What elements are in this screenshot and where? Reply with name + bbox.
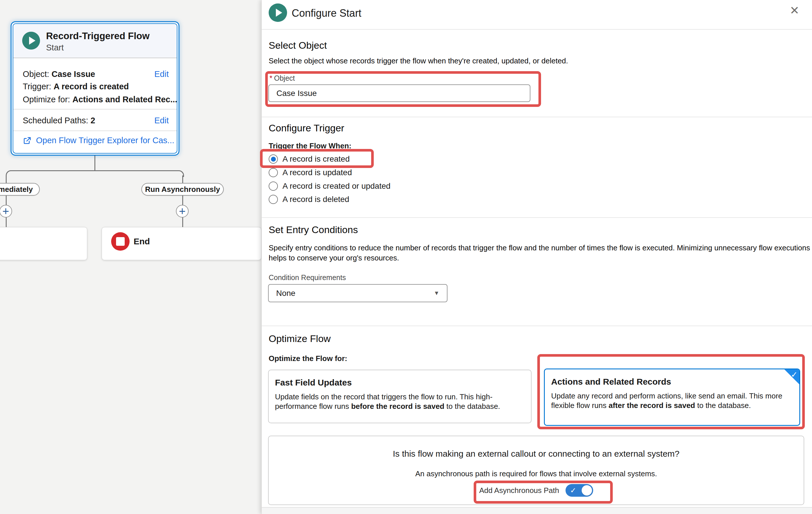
required-asterisk: * — [269, 74, 272, 82]
start-node-object-row: Object: Case Issue — [23, 70, 169, 79]
object-value: Case Issue — [52, 70, 95, 79]
edit-scheduled-paths-link[interactable]: Edit — [154, 116, 169, 125]
check-icon: ✓ — [791, 370, 798, 379]
async-toggle-row: Add Asynchronous Path ✓ — [269, 484, 804, 497]
entry-conditions-description-line1: Specify entry conditions to reduce the n… — [269, 243, 810, 252]
external-link-icon — [23, 136, 31, 145]
radio-label: A record is updated — [283, 168, 352, 177]
add-async-path-label: Add Asynchronous Path — [479, 486, 559, 495]
entry-conditions-description-line2: helps to conserve your org's resources. — [269, 253, 399, 263]
configure-start-panel: Configure Start ✕ Select Object Select t… — [261, 0, 812, 514]
optimize-label: Optimize for: — [23, 95, 70, 104]
start-node-card[interactable]: Record-Triggered Flow Start Object: Case… — [13, 23, 177, 154]
card-title: Fast Field Updates — [275, 378, 525, 387]
scheduled-paths-row: Scheduled Paths: 2 — [23, 116, 169, 125]
object-input[interactable]: Case Issue — [268, 84, 530, 102]
optimize-for-label: Optimize the Flow for: — [269, 354, 347, 363]
start-node-header: Record-Triggered Flow Start — [13, 24, 177, 58]
async-path-note: An asynchronous path is required for flo… — [269, 469, 804, 478]
connector-horizontal — [10, 170, 178, 171]
flow-canvas[interactable]: Record-Triggered Flow Start Object: Case… — [0, 0, 261, 514]
object-input-value: Case Issue — [277, 89, 317, 98]
start-node-optimize-row: Optimize for: Actions and Related Rec... — [23, 95, 169, 104]
start-node[interactable]: Record-Triggered Flow Start Object: Case… — [11, 21, 179, 156]
object-field-label: *Object — [269, 74, 295, 82]
divider — [262, 326, 812, 326]
entry-conditions-heading: Set Entry Conditions — [269, 224, 358, 235]
flow-node-left[interactable] — [0, 227, 87, 260]
configure-trigger-heading: Configure Trigger — [269, 123, 344, 134]
plus-icon: + — [2, 206, 9, 217]
scheduled-paths-label: Scheduled Paths: — [23, 116, 88, 125]
connector-elbow-left — [6, 170, 12, 177]
object-field-label-text: Object — [274, 74, 295, 82]
flow-start-icon — [22, 32, 40, 50]
radio-selected-icon[interactable] — [269, 155, 278, 164]
divider — [13, 109, 177, 109]
add-element-button-right[interactable]: + — [176, 205, 188, 218]
add-element-button-left[interactable]: + — [0, 205, 12, 218]
branch-label-run-asynchronously: Run Asynchronously — [141, 183, 224, 196]
trigger-when-label: Trigger the Flow When: — [269, 141, 351, 151]
radio-record-deleted[interactable]: A record is deleted — [269, 194, 349, 205]
radio-label: A record is deleted — [283, 195, 349, 204]
panel-footer — [262, 507, 812, 514]
card-body: Update any record and perform actions, l… — [551, 391, 793, 410]
radio-icon[interactable] — [269, 168, 278, 177]
object-label: Object: — [23, 70, 49, 79]
add-async-path-toggle[interactable]: ✓ — [566, 484, 593, 497]
radio-label: A record is created or updated — [283, 182, 390, 191]
trigger-label: Trigger: — [23, 82, 51, 91]
divider — [262, 217, 812, 218]
branch-label-text: Run Immediately — [0, 185, 33, 194]
connector-stub — [94, 155, 95, 171]
explorer-link-label: Open Flow Trigger Explorer for Cas... — [36, 136, 174, 145]
condition-requirements-label: Condition Requirements — [269, 273, 346, 282]
open-flow-trigger-explorer-link[interactable]: Open Flow Trigger Explorer for Cas... — [23, 136, 174, 145]
radio-icon[interactable] — [269, 182, 278, 191]
panel-title: Configure Start — [292, 7, 361, 19]
plus-icon: + — [179, 206, 185, 217]
divider — [262, 29, 812, 30]
connector-left-down2 — [6, 196, 7, 206]
card-title: Actions and Related Records — [551, 377, 793, 387]
edit-object-link[interactable]: Edit — [154, 70, 169, 79]
divider — [262, 117, 812, 117]
connector-right-down3 — [182, 217, 183, 227]
branch-label-text: Run Asynchronously — [145, 185, 220, 194]
start-node-trigger-row: Trigger: A record is created — [23, 82, 169, 91]
select-object-description: Select the object whose records trigger … — [269, 56, 568, 65]
radio-icon[interactable] — [269, 195, 278, 204]
radio-label: A record is created — [283, 155, 350, 164]
radio-record-created[interactable]: A record is created — [269, 153, 350, 165]
start-node-title: Record-Triggered Flow — [46, 30, 149, 42]
chevron-down-icon: ▼ — [434, 290, 439, 296]
divider — [13, 131, 177, 131]
condition-requirements-dropdown[interactable]: None ▼ — [268, 284, 447, 302]
branch-label-run-immediately: Run Immediately — [0, 183, 40, 196]
trigger-value: A record is created — [54, 82, 129, 91]
card-fast-field-updates[interactable]: Fast Field Updates Update fields on the … — [268, 370, 531, 423]
optimize-flow-heading: Optimize Flow — [269, 333, 330, 344]
radio-record-created-or-updated[interactable]: A record is created or updated — [269, 180, 390, 192]
card-body: Update fields on the record that trigger… — [275, 392, 525, 411]
flow-start-icon — [269, 3, 287, 22]
external-callout-question: Is this flow making an external callout … — [269, 449, 804, 459]
end-icon — [111, 232, 129, 251]
toggle-knob — [582, 485, 592, 495]
card-actions-and-related-records[interactable]: ✓ Actions and Related Records Update any… — [544, 369, 800, 426]
scheduled-paths-value: 2 — [90, 116, 95, 125]
select-object-heading: Select Object — [269, 40, 327, 51]
radio-record-updated[interactable]: A record is updated — [269, 167, 352, 178]
end-node-label: End — [134, 237, 150, 246]
end-node[interactable]: End — [102, 227, 261, 260]
connector-right-down2 — [182, 196, 183, 206]
connector-left-down3 — [6, 217, 7, 227]
start-node-subtitle: Start — [46, 43, 64, 52]
optimize-value: Actions and Related Rec... — [72, 95, 177, 104]
close-icon[interactable]: ✕ — [789, 5, 799, 16]
check-icon: ✓ — [570, 486, 577, 495]
external-callout-box: Is this flow making an external callout … — [268, 436, 804, 505]
dropdown-value: None — [276, 289, 295, 298]
